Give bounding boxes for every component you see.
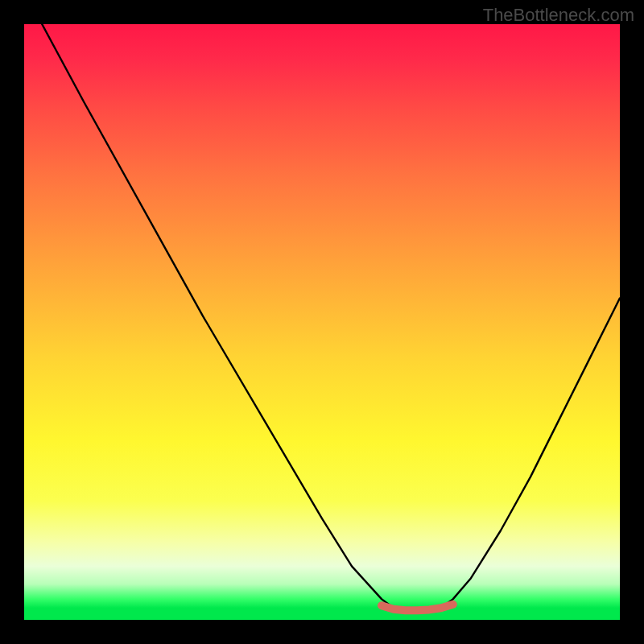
chart-area bbox=[24, 24, 620, 620]
bottleneck-curve bbox=[42, 24, 620, 610]
attribution-label: TheBottleneck.com bbox=[483, 5, 634, 26]
curve-layer bbox=[24, 24, 620, 620]
flat-bottom-marker bbox=[382, 605, 453, 610]
